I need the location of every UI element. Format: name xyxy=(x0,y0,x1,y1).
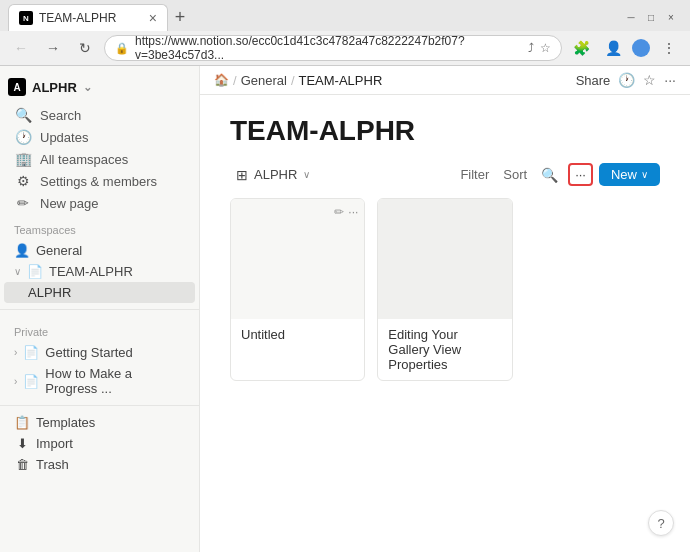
star-icon[interactable]: ☆ xyxy=(643,72,656,88)
card-preview-editing xyxy=(378,199,511,319)
doc2-icon: 📄 xyxy=(23,345,39,360)
workspace-avatar: A xyxy=(8,78,26,96)
db-chevron-icon: ∨ xyxy=(303,169,310,180)
new-page-icon: ✏ xyxy=(14,195,32,211)
breadcrumb: 🏠 / General / TEAM-ALPHR xyxy=(214,73,382,88)
browser-menu-button[interactable]: ⋮ xyxy=(656,35,682,61)
workspace-chevron: ⌄ xyxy=(83,81,92,94)
sidebar-item-general[interactable]: 👤 General xyxy=(4,240,195,261)
db-more-button[interactable]: ··· xyxy=(568,163,593,186)
share-url-icon: ⤴ xyxy=(528,41,534,55)
doc-icon: 📄 xyxy=(27,264,43,279)
new-tab-button[interactable]: + xyxy=(168,6,192,30)
breadcrumb-general[interactable]: General xyxy=(241,73,287,88)
sidebar-item-import[interactable]: ⬇ Import xyxy=(4,433,195,454)
sidebar-item-getting-started[interactable]: › 📄 Getting Started xyxy=(4,342,195,363)
topbar: 🏠 / General / TEAM-ALPHR Share 🕐 ☆ ··· xyxy=(200,66,690,95)
tab-close-button[interactable]: × xyxy=(149,10,157,26)
sidebar-item-how-to[interactable]: › 📄 How to Make a Progress ... xyxy=(4,363,195,399)
sidebar-item-templates[interactable]: 📋 Templates xyxy=(4,412,195,433)
teamspaces-section-label: Teamspaces xyxy=(0,214,199,240)
new-page-button[interactable]: New ∨ xyxy=(599,163,660,186)
extension2-icon[interactable] xyxy=(632,39,650,57)
help-button[interactable]: ? xyxy=(648,510,674,536)
trash-icon: 🗑 xyxy=(14,457,30,472)
sidebar-item-team-alphr[interactable]: ∨ 📄 TEAM-ALPHR xyxy=(4,261,195,282)
card-edit-icon[interactable]: ✏ xyxy=(334,205,344,219)
breadcrumb-home-icon[interactable]: 🏠 xyxy=(214,73,229,87)
main-content: 🏠 / General / TEAM-ALPHR Share 🕐 ☆ ··· T… xyxy=(200,66,690,552)
sidebar-divider-2 xyxy=(0,405,199,406)
back-button[interactable]: ← xyxy=(8,35,34,61)
db-view-selector[interactable]: ⊞ ALPHR ∨ xyxy=(230,164,316,186)
profile-icon[interactable]: 👤 xyxy=(600,35,626,61)
sort-button[interactable]: Sort xyxy=(499,164,531,185)
chevron-right-icon: › xyxy=(14,347,17,358)
share-button[interactable]: Share xyxy=(576,73,611,88)
page-title: TEAM-ALPHR xyxy=(230,115,660,147)
sidebar-item-alphr[interactable]: ALPHR xyxy=(4,282,195,303)
search-db-icon[interactable]: 🔍 xyxy=(537,164,562,186)
settings-icon: ⚙ xyxy=(14,173,32,189)
gallery-grid: ✏ ··· Untitled Editing Your Gallery View… xyxy=(230,198,660,381)
import-icon: ⬇ xyxy=(14,436,30,451)
gallery-card-editing[interactable]: Editing Your Gallery View Properties xyxy=(377,198,512,381)
active-tab[interactable]: N TEAM-ALPHR × xyxy=(8,4,168,31)
address-bar[interactable]: 🔒 https://www.notion.so/ecc0c1d41c3c4782… xyxy=(104,35,562,61)
search-icon: 🔍 xyxy=(14,107,32,123)
bookmark-icon[interactable]: ☆ xyxy=(540,41,551,55)
private-section-label: Private xyxy=(0,316,199,342)
breadcrumb-current: TEAM-ALPHR xyxy=(299,73,383,88)
more-options-icon[interactable]: ··· xyxy=(664,72,676,88)
doc3-icon: 📄 xyxy=(23,374,39,389)
url-text: https://www.notion.so/ecc0c1d41c3c4782a4… xyxy=(135,34,522,62)
sidebar: A ALPHR ⌄ 🔍 Search 🕐 Updates 🏢 All teams… xyxy=(0,66,200,552)
breadcrumb-separator-1: / xyxy=(233,73,237,88)
clock-icon: 🕐 xyxy=(14,129,32,145)
tab-title: TEAM-ALPHR xyxy=(39,11,143,25)
breadcrumb-separator-2: / xyxy=(291,73,295,88)
sidebar-divider xyxy=(0,309,199,310)
sidebar-item-settings[interactable]: ⚙ Settings & members xyxy=(4,170,195,192)
history-icon[interactable]: 🕐 xyxy=(618,72,635,88)
gallery-card-untitled[interactable]: ✏ ··· Untitled xyxy=(230,198,365,381)
sidebar-item-updates[interactable]: 🕐 Updates xyxy=(4,126,195,148)
db-action-buttons: Filter Sort 🔍 ··· New ∨ xyxy=(456,163,660,186)
card-more-icon[interactable]: ··· xyxy=(348,205,358,219)
new-chevron-icon: ∨ xyxy=(641,169,648,180)
person-icon: 👤 xyxy=(14,243,30,258)
chevron-right2-icon: › xyxy=(14,376,17,387)
card-actions: ✏ ··· xyxy=(334,205,358,219)
lock-icon: 🔒 xyxy=(115,42,129,55)
sidebar-item-new-page[interactable]: ✏ New page xyxy=(4,192,195,214)
database-toolbar: ⊞ ALPHR ∨ Filter Sort 🔍 ··· New ∨ xyxy=(230,163,660,186)
teamspaces-icon: 🏢 xyxy=(14,151,32,167)
filter-button[interactable]: Filter xyxy=(456,164,493,185)
sidebar-item-search[interactable]: 🔍 Search xyxy=(4,104,195,126)
card-preview-untitled: ✏ ··· xyxy=(231,199,364,319)
reload-button[interactable]: ↻ xyxy=(72,35,98,61)
card-title-editing: Editing Your Gallery View Properties xyxy=(378,319,511,380)
chevron-down-icon: ∨ xyxy=(14,266,21,277)
workspace-name: A ALPHR ⌄ xyxy=(8,78,92,96)
db-view-name: ALPHR xyxy=(254,167,297,182)
tab-favicon: N xyxy=(19,11,33,25)
sidebar-item-all-teamspaces[interactable]: 🏢 All teamspaces xyxy=(4,148,195,170)
extension-icon[interactable]: 🧩 xyxy=(568,35,594,61)
card-title-untitled: Untitled xyxy=(231,319,364,350)
minimize-button[interactable]: ─ xyxy=(624,11,638,25)
sidebar-item-trash[interactable]: 🗑 Trash xyxy=(4,454,195,475)
forward-button[interactable]: → xyxy=(40,35,66,61)
templates-icon: 📋 xyxy=(14,415,30,430)
grid-icon: ⊞ xyxy=(236,167,248,183)
page-content: TEAM-ALPHR ⊞ ALPHR ∨ Filter Sort 🔍 ··· N… xyxy=(200,95,690,552)
workspace-header[interactable]: A ALPHR ⌄ xyxy=(0,74,199,104)
maximize-button[interactable]: □ xyxy=(644,11,658,25)
topbar-actions: Share 🕐 ☆ ··· xyxy=(576,72,676,88)
close-button[interactable]: × xyxy=(664,11,678,25)
